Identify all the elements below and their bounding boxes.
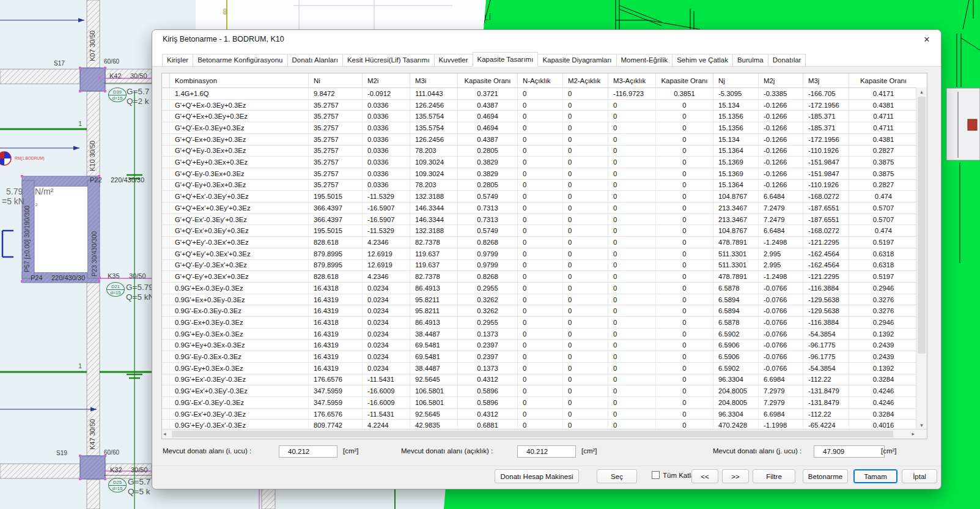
table-row[interactable]: 0.9G'+Ex+0.3Ey-0.3Ez16.43190.023495.8211…: [162, 294, 927, 306]
tab-5[interactable]: Kuvvetler: [434, 54, 473, 67]
plan-label: 30/50: [131, 467, 148, 474]
table-cell: -116.9723: [608, 88, 656, 99]
tab-6[interactable]: Kapasite Tasarımı: [473, 52, 539, 67]
table-cell: 38.4487: [410, 363, 458, 374]
table-row[interactable]: 0.9G'-Ex'-0.3Ey'-0.3Ez347.5959-16.600910…: [162, 397, 927, 409]
table-cell: -0.1266: [759, 146, 803, 157]
table-row[interactable]: G'+Q'-Ey+0.3Ex+0.3Ez35.27570.033678.2030…: [162, 180, 927, 191]
prev-button[interactable]: <<: [691, 469, 718, 483]
scroll-up-icon[interactable]: ▴: [916, 87, 927, 96]
header-cell[interactable]: M2-Açıklık: [563, 73, 608, 87]
table-cell: 0: [608, 294, 656, 305]
header-cell[interactable]: Nj: [713, 73, 759, 87]
table-row[interactable]: 0.9G'-Ey+0.3Ex-0.3Ez16.43190.023438.4487…: [162, 363, 927, 374]
table-row[interactable]: 0.9G'+Ey+0.3Ex-0.3Ez16.43190.023469.5481…: [162, 340, 927, 351]
table-row[interactable]: G'+Q'+Ex'-0.3Ey'+0.3Ez195.5015-11.532913…: [162, 191, 927, 202]
table-row[interactable]: G'+Q'-Ey'-0.3Ex'+0.3Ez879.899512.6919119…: [162, 260, 927, 272]
header-cell[interactable]: M3-Açıklık: [608, 73, 656, 87]
header-cell[interactable]: Kombinasyon: [170, 73, 309, 87]
header-cell[interactable]: M2i: [363, 73, 410, 87]
tab-7[interactable]: Kapasite Diyagramları: [537, 54, 616, 67]
header-cell[interactable]: N-Açıklık: [518, 73, 563, 87]
table-cell: G'+Q'+Ey'-0.3Ex'+0.3Ez: [170, 237, 309, 248]
betonarme-button[interactable]: Betonarme: [803, 469, 848, 483]
table-row[interactable]: G'+Q'+Ey+0.3Ex+0.3Ez35.27570.0336109.302…: [162, 157, 927, 168]
table-row[interactable]: 0.9G'-Ex-0.3Ey-0.3Ez16.43190.023495.8211…: [162, 305, 927, 317]
table-cell: 0: [608, 100, 656, 111]
table-row[interactable]: G'+Q'-Ey'+0.3Ex'+0.3Ez828.6184.234682.73…: [162, 271, 927, 283]
scroll-right-icon[interactable]: ▸: [912, 429, 915, 438]
table-cell: G'+Q'+Ey'+0.3Ex'+0.3Ez: [170, 248, 309, 259]
tab-3[interactable]: Donatı Alanları: [287, 54, 343, 67]
table-row[interactable]: G'+Q'+Ey-0.3Ex+0.3Ez35.27570.033678.2030…: [162, 146, 927, 157]
row-header-gutter: [162, 283, 170, 294]
vertical-scroll-thumb[interactable]: [918, 97, 926, 354]
iptal-button[interactable]: İptal: [902, 469, 937, 483]
tab-1[interactable]: Kirişler: [162, 54, 193, 67]
tum-katlar-checkbox-group[interactable]: Tüm Katlar: [652, 471, 697, 479]
table-row[interactable]: 0.9G'+Ey-0.3Ex-0.3Ez16.43190.023438.4487…: [162, 329, 927, 340]
table-cell: -0.1266: [759, 157, 803, 168]
plan-label: K32: [110, 467, 122, 474]
field-input-i-ucu[interactable]: [279, 445, 337, 458]
table-row[interactable]: G'+Q'+Ex+0.3Ey+0.3Ez35.27570.0336135.575…: [162, 111, 927, 122]
table-row[interactable]: 1.4G+1.6Q9.8472-0.0912111.04430.372100-1…: [162, 88, 927, 100]
table-row[interactable]: G'+Q'-Ex'+0.3Ey'+0.3Ez195.5015-11.532913…: [162, 225, 927, 237]
table-row[interactable]: G'+Q'+Ex-0.3Ey+0.3Ez35.27570.0336126.245…: [162, 100, 927, 111]
table-row[interactable]: G'+Q'-Ex'-0.3Ey'+0.3Ez366.4397-16.590714…: [162, 214, 927, 226]
header-cell[interactable]: M3j: [803, 73, 849, 87]
tamam-button[interactable]: Tamam: [853, 469, 897, 483]
plan-label: 30/50: [129, 273, 146, 280]
scroll-down-icon[interactable]: ▾: [916, 421, 927, 429]
field-input-aciklik[interactable]: [517, 445, 576, 458]
next-button[interactable]: >>: [722, 469, 749, 483]
header-cell[interactable]: M2j: [759, 73, 803, 87]
table-row[interactable]: G'+Q'+Ey'+0.3Ex'+0.3Ez879.899512.6919119…: [162, 248, 927, 260]
table-row[interactable]: 0.9G'+Ex-0.3Ey-0.3Ez16.43180.023486.4913…: [162, 283, 927, 294]
field-input-j-ucu[interactable]: [814, 445, 885, 458]
table-horizontal-scrollbar[interactable]: ◂ ▸: [162, 429, 927, 439]
sec-button[interactable]: Seç: [597, 469, 637, 483]
table-cell: 0: [656, 351, 713, 362]
table-cell: 35.2757: [309, 157, 363, 168]
table-row[interactable]: G'+Q'+Ex'+0.3Ey'+0.3Ez366.4397-16.590714…: [162, 202, 927, 214]
header-cell[interactable]: M3i: [410, 73, 458, 87]
table-row[interactable]: G'+Q'+Ey'-0.3Ex'+0.3Ez828.6184.234682.73…: [162, 237, 927, 248]
checkbox-icon[interactable]: [652, 471, 660, 479]
donati-hesap-makinesi-button[interactable]: Donatı Hesap Makinesi: [495, 469, 579, 483]
table-row[interactable]: 0.9G'-Ex+0.3Ey-0.3Ez16.43180.023486.4913…: [162, 317, 927, 329]
row-header-gutter: [162, 191, 170, 202]
table-cell: 35.2757: [309, 168, 363, 179]
table-row[interactable]: G'+Q'-Ex+0.3Ey+0.3Ez35.27570.0336126.245…: [162, 134, 927, 146]
table-vertical-scrollbar[interactable]: ▴ ▾: [916, 87, 927, 429]
table-row[interactable]: G'+Q'-Ey-0.3Ex+0.3Ez35.27570.0336109.302…: [162, 168, 927, 180]
header-cell[interactable]: Kapasite Oranı: [458, 73, 518, 87]
close-icon[interactable]: ✕: [921, 34, 932, 45]
table-row[interactable]: 0.9G'-Ex'+0.3Ey'-0.3Ez176.6576-11.543192…: [162, 409, 927, 420]
horizontal-scroll-thumb[interactable]: [172, 431, 893, 437]
table-cell: 16.4319: [309, 340, 363, 351]
table-cell: 0.9G'-Ex+0.3Ey-0.3Ez: [170, 317, 309, 328]
table-cell: 0.4387: [458, 100, 518, 111]
tab-9[interactable]: Sehim ve Çatlak: [672, 54, 733, 67]
tab-10[interactable]: Burulma: [732, 54, 768, 67]
tab-11[interactable]: Donatılar: [768, 54, 806, 67]
header-cell[interactable]: Kapasite Oranı: [849, 73, 918, 87]
header-cell[interactable]: Ni: [309, 73, 363, 87]
filtre-button[interactable]: Filtre: [753, 469, 795, 483]
tab-8[interactable]: Moment-Eğrilik: [616, 54, 673, 67]
table-cell: -16.6009: [363, 385, 410, 396]
table-row[interactable]: 0.9G'+Ex'-0.3Ey'-0.3Ez176.6576-11.543192…: [162, 374, 927, 386]
tab-2[interactable]: Betonarme Konfigürasyonu: [193, 54, 287, 67]
table-cell: 0.3829: [458, 168, 518, 179]
table-cell: 0.6318: [849, 248, 918, 259]
table-row[interactable]: 0.9G'+Ex'+0.3Ey'-0.3Ez347.5959-16.600910…: [162, 385, 927, 397]
table-cell: 0: [563, 134, 608, 145]
table-cell: -185.371: [803, 122, 849, 133]
tab-4[interactable]: Kesit Hücresi(Lif) Tasarımı: [342, 54, 435, 67]
header-cell[interactable]: Kapasite Oranı: [656, 73, 713, 87]
scroll-left-icon[interactable]: ◂: [163, 429, 166, 438]
table-row[interactable]: G'+Q'-Ex-0.3Ey+0.3Ez35.27570.0336135.575…: [162, 122, 927, 134]
table-row[interactable]: 0.9G'-Ey-0.3Ex-0.3Ez16.43190.023469.5481…: [162, 351, 927, 363]
table-cell: 0.1373: [458, 329, 518, 340]
